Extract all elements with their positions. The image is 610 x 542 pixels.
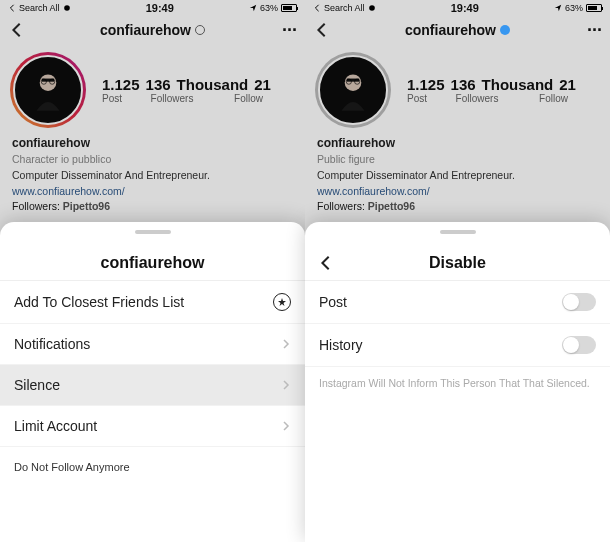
row-disable-post: Post [305, 281, 610, 324]
profile-stats: 1.125 136 Thousand 21 Post Followers Fol… [407, 52, 600, 128]
posts-label: Post [407, 93, 447, 104]
signal-icon [368, 4, 376, 12]
sheet-grab-handle[interactable] [135, 230, 171, 234]
status-time: 19:49 [451, 2, 479, 14]
options-sheet: confiaurehow Add To Closest Friends List… [0, 222, 305, 542]
row-disable-history-label: History [319, 337, 363, 353]
location-icon [554, 4, 562, 12]
disable-note: Instagram Will Not Inform This Person Th… [305, 367, 610, 399]
followers-word: Thousand [177, 76, 249, 93]
person-silhouette-icon [22, 64, 74, 116]
battery-icon [586, 4, 602, 12]
followers-word: Thousand [482, 76, 554, 93]
row-disable-post-label: Post [319, 294, 347, 310]
bio-category-suffix: io pubblico [61, 153, 111, 165]
sheet-title: confiaurehow [0, 246, 305, 280]
search-all-label: Search All [19, 3, 60, 13]
profile-username-text: confiaurehow [405, 22, 496, 38]
sheet-title: Disable [305, 246, 610, 280]
battery-percent: 63% [260, 3, 278, 13]
row-notifications-label: Notifications [14, 336, 90, 352]
follow-label: Follow [507, 93, 600, 104]
avatar [318, 55, 388, 125]
signal-icon [63, 4, 71, 12]
bio-name: confiaurehow [317, 134, 598, 152]
right-screen: Search All 19:49 63% confiaurehow ··· [305, 0, 610, 542]
followed-by-label: Followers: [12, 200, 60, 212]
profile-username-title: confiaurehow [305, 22, 610, 38]
toggle-history[interactable] [562, 336, 596, 354]
profile-bio: confiaurehow Public figure Computer Diss… [305, 132, 610, 217]
avatar [13, 55, 83, 125]
row-silence[interactable]: Silence [0, 365, 305, 406]
status-bar: Search All 19:49 63% [0, 0, 305, 16]
row-disable-history: History [305, 324, 610, 367]
followed-by-handle[interactable]: Pipetto96 [368, 200, 415, 212]
followers-count: 136 [451, 76, 476, 93]
battery-icon [281, 4, 297, 12]
followed-by-label: Followers: [317, 200, 365, 212]
bio-name: confiaurehow [12, 134, 293, 152]
bio-category: Character [12, 153, 58, 165]
row-add-close-friends-label: Add To Closest Friends List [14, 294, 184, 310]
back-arrow-icon [313, 4, 321, 12]
followed-by-handle[interactable]: Pipetto96 [63, 200, 110, 212]
back-arrow-icon [8, 4, 16, 12]
chevron-right-icon [281, 339, 291, 349]
followers-count: 136 [146, 76, 171, 93]
profile-stats: 1.125 136 Thousand 21 Post Followers Fol… [102, 52, 295, 128]
row-unfollow[interactable]: Do Not Follow Anymore [0, 447, 305, 487]
sheet-grab-handle[interactable] [440, 230, 476, 234]
chevron-right-icon [281, 380, 291, 390]
chevron-left-icon [317, 254, 335, 272]
location-icon [249, 4, 257, 12]
avatar-story-ring[interactable] [10, 52, 86, 128]
posts-label: Post [102, 93, 142, 104]
verified-badge-outline [195, 25, 205, 35]
posts-count: 1.125 [407, 76, 445, 93]
verified-badge-icon [500, 25, 510, 35]
sheet-title-text: Disable [429, 254, 486, 272]
svg-point-0 [64, 5, 70, 11]
bio-tagline: Computer Disseminator And Entrepreneur. [317, 168, 598, 184]
followers-label: Followers [142, 93, 202, 104]
row-limit-account-label: Limit Account [14, 418, 97, 434]
row-unfollow-label: Do Not Follow Anymore [14, 461, 130, 473]
avatar-ring[interactable] [315, 52, 391, 128]
toggle-post[interactable] [562, 293, 596, 311]
battery-percent: 63% [565, 3, 583, 13]
person-silhouette-icon [327, 64, 379, 116]
bio-tagline: Computer Disseminator And Entrepreneur. [12, 168, 293, 184]
followers-label: Followers [447, 93, 507, 104]
following-count: 21 [559, 76, 576, 93]
row-silence-label: Silence [14, 377, 60, 393]
row-add-close-friends[interactable]: Add To Closest Friends List [0, 281, 305, 324]
chevron-right-icon [281, 421, 291, 431]
bio-website[interactable]: www.confiaurehow.com/ [12, 184, 293, 200]
svg-point-5 [369, 5, 375, 11]
profile-username-text: confiaurehow [100, 22, 191, 38]
svg-point-1 [40, 74, 57, 91]
posts-count: 1.125 [102, 76, 140, 93]
profile-bio: confiaurehow Character io pubblico Compu… [0, 132, 305, 217]
row-limit-account[interactable]: Limit Account [0, 406, 305, 447]
row-notifications[interactable]: Notifications [0, 324, 305, 365]
star-circle-icon [273, 293, 291, 311]
disable-sheet: Disable Post History Instagram Will Not … [305, 222, 610, 542]
follow-label: Follow [202, 93, 295, 104]
left-screen: Search All 19:49 63% confiaurehow ··· [0, 0, 305, 542]
profile-username-title: confiaurehow [0, 22, 305, 38]
sheet-title-text: confiaurehow [100, 254, 204, 272]
following-count: 21 [254, 76, 271, 93]
status-bar: Search All 19:49 63% [305, 0, 610, 16]
sheet-back-button[interactable] [317, 254, 335, 272]
bio-website[interactable]: www.confiaurehow.com/ [317, 184, 598, 200]
profile-nav: confiaurehow ··· [0, 16, 305, 44]
bio-category: Public figure [317, 152, 598, 168]
status-time: 19:49 [146, 2, 174, 14]
svg-point-6 [345, 74, 362, 91]
profile-nav: confiaurehow ··· [305, 16, 610, 44]
search-all-label: Search All [324, 3, 365, 13]
